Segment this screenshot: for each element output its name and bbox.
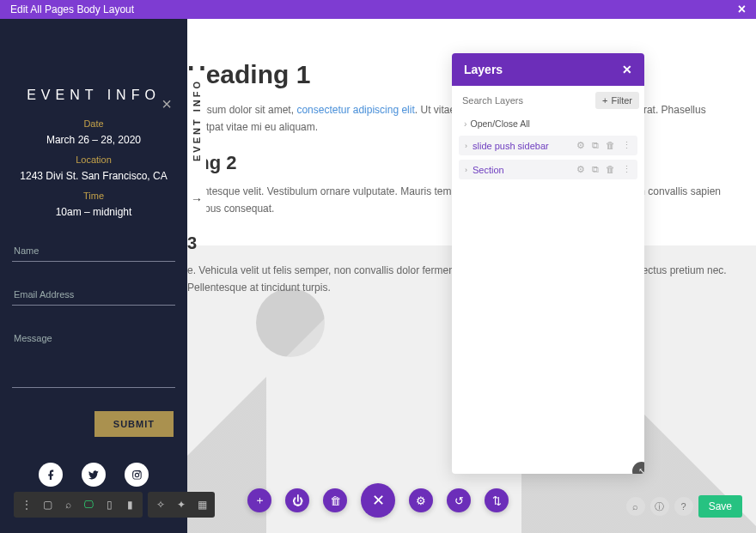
trash-icon[interactable]: 🗑 bbox=[606, 140, 615, 151]
hover-icon[interactable]: ✧ bbox=[151, 495, 170, 514]
duplicate-icon[interactable]: ⧉ bbox=[592, 140, 599, 151]
wireframe-icon[interactable]: ▢ bbox=[38, 495, 57, 514]
plus-icon: + bbox=[602, 95, 607, 106]
info-icon[interactable]: ⓘ bbox=[650, 497, 669, 516]
close-actions-button[interactable]: ✕ bbox=[361, 483, 395, 518]
layer-name[interactable]: Section bbox=[472, 165, 576, 175]
search-icon[interactable]: ⌕ bbox=[626, 497, 645, 516]
open-close-label: Open/Close All bbox=[471, 118, 530, 129]
arrow-right-icon: → bbox=[191, 192, 203, 206]
layer-item[interactable]: › slide push sidebar ⚙ ⧉ 🗑 ⋮ bbox=[459, 136, 637, 155]
page-title: Edit All Pages Body Layout bbox=[10, 0, 134, 19]
tablet-icon[interactable]: ▯ bbox=[100, 495, 119, 514]
settings-button[interactable]: ⚙ bbox=[409, 488, 433, 512]
location-value: 1243 Divi St. San Francisco, CA bbox=[12, 170, 175, 182]
gear-icon[interactable]: ⚙ bbox=[576, 140, 585, 151]
right-actions: ⌕ ⓘ ? Save bbox=[626, 495, 742, 518]
instagram-icon[interactable] bbox=[125, 463, 149, 487]
layers-panel: Layers ✕ +Filter ›Open/Close All › slide… bbox=[452, 53, 644, 474]
search-layers-input[interactable] bbox=[457, 91, 590, 110]
layer-name[interactable]: slide push sidebar bbox=[472, 141, 576, 151]
gear-icon[interactable]: ⚙ bbox=[576, 164, 585, 175]
filter-label: Filter bbox=[612, 95, 632, 106]
help-icon[interactable]: ? bbox=[674, 497, 693, 516]
twitter-icon[interactable] bbox=[82, 463, 106, 487]
chevron-right-icon[interactable]: › bbox=[465, 142, 467, 150]
trash-icon[interactable]: 🗑 bbox=[606, 164, 615, 175]
click-icon[interactable]: ✦ bbox=[172, 495, 191, 514]
power-icon[interactable]: ⏻ bbox=[285, 488, 309, 512]
more-icon[interactable]: ⋮ bbox=[17, 495, 36, 514]
chevron-right-icon: › bbox=[464, 118, 467, 129]
add-button[interactable]: ＋ bbox=[247, 488, 271, 512]
submit-button[interactable]: SUBMIT bbox=[93, 409, 175, 439]
layers-title: Layers bbox=[464, 63, 503, 76]
time-value: 10am – midnight bbox=[12, 206, 175, 218]
close-editor-icon[interactable]: × bbox=[738, 0, 746, 19]
time-label: Time bbox=[12, 191, 175, 201]
duplicate-icon[interactable]: ⧉ bbox=[592, 164, 599, 175]
sidebar-title: EVENT INFO bbox=[12, 88, 175, 103]
location-label: Location bbox=[12, 154, 175, 165]
grid-icon[interactable]: ▦ bbox=[192, 495, 211, 514]
bottom-toolbar: ⋮ ▢ ⌕ 🖵 ▯ ▮ ✧ ✦ ▦ bbox=[14, 492, 215, 518]
history-button[interactable]: ↺ bbox=[447, 488, 471, 512]
close-sidebar-icon[interactable]: × bbox=[162, 94, 172, 114]
chevron-right-icon[interactable]: › bbox=[465, 166, 467, 174]
date-value: March 26 – 28, 2020 bbox=[12, 134, 175, 146]
more-icon[interactable]: ⋮ bbox=[622, 164, 631, 175]
trash-button[interactable]: 🗑 bbox=[323, 488, 347, 512]
body-link[interactable]: consectetur adipiscing elit bbox=[296, 104, 414, 116]
adjust-icon[interactable]: ⇅ bbox=[485, 488, 509, 512]
open-close-all[interactable]: ›Open/Close All bbox=[452, 115, 644, 132]
save-button[interactable]: Save bbox=[698, 495, 742, 518]
sidebar-tab-label: EVENT INFO bbox=[192, 79, 202, 161]
date-label: Date bbox=[12, 118, 175, 129]
close-layers-icon[interactable]: ✕ bbox=[622, 63, 632, 76]
event-sidebar: × EVENT INFO Date March 26 – 28, 2020 Lo… bbox=[0, 19, 187, 533]
filter-button[interactable]: +Filter bbox=[595, 92, 639, 109]
desktop-icon[interactable]: 🖵 bbox=[79, 495, 98, 514]
message-input[interactable] bbox=[12, 328, 175, 388]
layer-item[interactable]: › Section ⚙ ⧉ 🗑 ⋮ bbox=[459, 160, 637, 179]
more-icon[interactable]: ⋮ bbox=[622, 140, 631, 151]
name-input[interactable] bbox=[12, 240, 175, 262]
sidebar-tab[interactable]: EVENT INFO → bbox=[187, 70, 206, 215]
email-input[interactable] bbox=[12, 284, 175, 306]
center-actions: ＋ ⏻ 🗑 ✕ ⚙ ↺ ⇅ bbox=[247, 483, 509, 518]
zoom-icon[interactable]: ⌕ bbox=[58, 495, 77, 514]
facebook-icon[interactable] bbox=[39, 463, 63, 487]
phone-icon[interactable]: ▮ bbox=[120, 495, 139, 514]
